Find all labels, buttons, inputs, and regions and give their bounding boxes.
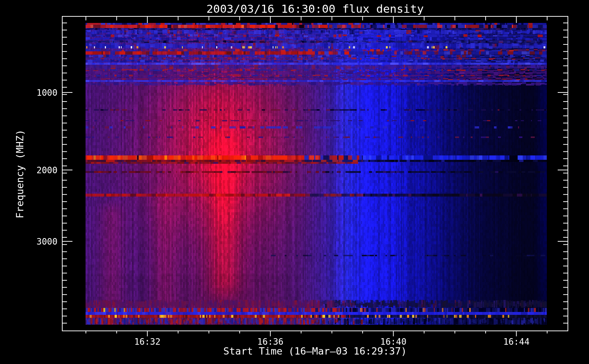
major-ticks [62, 16, 568, 336]
y-tick-label: 3000 [36, 237, 58, 247]
plot-frame [62, 16, 568, 331]
y-axis-title: Frequency (MHZ) [14, 84, 26, 264]
y-tick-label: 1000 [36, 88, 58, 98]
x-axis-title: Start Time (16–Mar–03 16:29:37) [62, 345, 568, 357]
spectrogram-chart: 10002000300016:3216:3616:4016:44 2003/03… [0, 0, 589, 364]
minor-ticks [62, 16, 568, 333]
y-tick-label: 2000 [36, 165, 58, 175]
axes-overlay: 10002000300016:3216:3616:4016:44 [0, 0, 589, 364]
chart-title: 2003/03/16 16:30:00 flux density [62, 2, 568, 15]
